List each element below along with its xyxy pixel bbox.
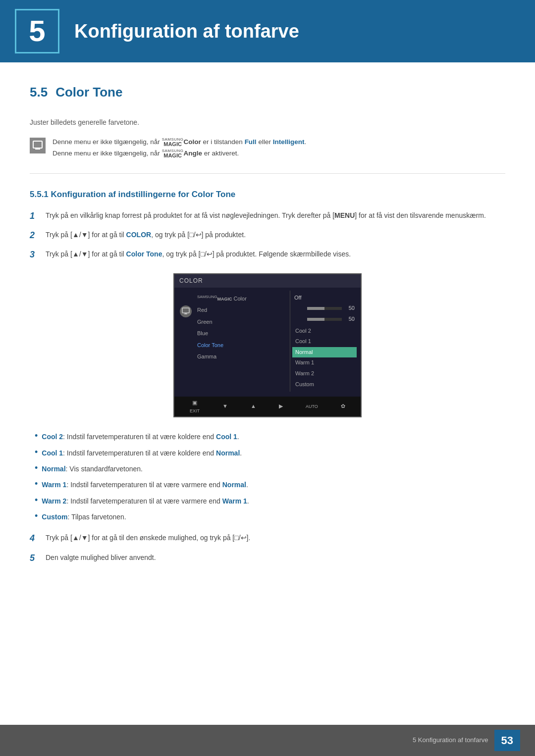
option-normal: Normal <box>292 347 357 358</box>
monitor-bar-1 <box>307 307 342 310</box>
samsung-magic-color: SAMSUNGMAGIC <box>162 138 184 147</box>
step-text-4: Tryk på [▲/▼] for at gå til den ønskede … <box>46 532 250 543</box>
intro-text: Juster billedets generelle farvetone. <box>30 117 505 128</box>
monitor-screen: COLOR SAMSUNGMAGIC Color <box>173 273 362 418</box>
bullet-dot: • <box>35 511 38 521</box>
monitor-bar-fill-1 <box>307 307 324 310</box>
option-bullet-warm1: • Warm 1: Indstil farvetemperaturen til … <box>35 479 505 490</box>
monitor-value-row-1: 50 <box>292 303 357 314</box>
bullet-dot: • <box>35 463 38 473</box>
note-icon <box>30 138 46 153</box>
monitor-value-row-2: 50 <box>292 314 357 325</box>
bullet-dot: • <box>35 448 38 457</box>
samsung-magic-angle: SAMSUNGMAGIC <box>162 149 184 158</box>
monitor-bar-2 <box>307 318 342 321</box>
divider <box>30 173 505 174</box>
note-box: Denne menu er ikke tilgængelig, når SAMS… <box>30 137 505 159</box>
section-title: Color Tone <box>55 85 122 100</box>
monitor-bar-fill-2 <box>307 318 324 321</box>
monitor-btn-settings: ✿ <box>341 402 345 411</box>
step-number-2: 2 <box>30 229 41 242</box>
step-number-5: 5 <box>30 552 41 564</box>
monitor-num-1: 50 <box>345 304 355 313</box>
option-warm2: Warm 2 <box>292 368 357 379</box>
section-heading: 5.5Color Tone <box>30 82 505 107</box>
option-cool2: Cool 2 <box>292 326 357 337</box>
note-line-1: Denne menu er ikke tilgængelig, når SAMS… <box>53 137 306 148</box>
svg-rect-0 <box>33 141 42 148</box>
menu-item-magic-color: SAMSUNGMAGIC Color <box>193 293 288 304</box>
monitor-display-icon <box>180 305 192 317</box>
option-text-warm1: Warm 1: Indstil farvetemperaturen til at… <box>42 479 248 490</box>
monitor-btn-down: ▼ <box>222 402 228 411</box>
option-bullet-normal: • Normal: Vis standardfarvetonen. <box>35 463 505 474</box>
step-3: 3 Tryk på [▲/▼] for at gå til Color Tone… <box>30 249 505 261</box>
step-text-2: Tryk på [▲/▼] for at gå til COLOR, og tr… <box>46 229 246 240</box>
monitor-divider <box>290 291 290 392</box>
option-text-cool2: Cool 2: Indstil farvetemperaturen til at… <box>42 431 239 442</box>
step-2: 2 Tryk på [▲/▼] for at gå til COLOR, og … <box>30 229 505 242</box>
chapter-title: Konfiguration af tonfarve <box>74 16 299 47</box>
monitor-icon-col <box>178 291 193 392</box>
step-number-4: 4 <box>30 532 41 545</box>
page-footer: 5 Konfiguration af tonfarve 53 <box>0 725 535 756</box>
bullet-dot: • <box>35 496 38 505</box>
monitor-off-value: Off <box>292 293 357 303</box>
step-text-3: Tryk på [▲/▼] for at gå til Color Tone, … <box>46 249 351 259</box>
menu-item-red: Red <box>193 304 288 316</box>
monitor-values-col: Off 50 50 Cool 2 <box>292 291 357 392</box>
monitor-num-2: 50 <box>345 315 355 324</box>
subsection-number: 5.5.1 <box>30 190 49 199</box>
bullet-dot: • <box>35 479 38 489</box>
monitor-btn-auto: AUTO <box>306 403 318 410</box>
monitor-options: Cool 2 Cool 1 Normal Warm 1 Warm 2 Custo… <box>292 326 357 390</box>
option-text-custom: Custom: Tilpas farvetonen. <box>42 511 126 522</box>
subsection-heading: 5.5.1 Konfiguration af indstillingerne f… <box>30 188 505 201</box>
footer-page-number: 53 <box>494 730 520 751</box>
monitor-btn-up: ▲ <box>251 402 256 411</box>
monitor-bottom-bar: ▣EXIT ▼ ▲ ▶ AUTO ✿ <box>174 397 361 416</box>
option-bullet-cool2: • Cool 2: Indstil farvetemperaturen til … <box>35 431 505 442</box>
option-custom: Custom <box>292 379 357 390</box>
menu-item-blue: Blue <box>193 328 288 340</box>
bullet-dot: • <box>35 431 38 441</box>
steps-list: 1 Tryk på en vilkårlig knap forrest på p… <box>30 210 505 261</box>
subsection-title: Konfiguration af indstillingerne for Col… <box>51 190 236 199</box>
monitor-btn-right: ▶ <box>279 402 283 411</box>
step-1: 1 Tryk på en vilkårlig knap forrest på p… <box>30 210 505 222</box>
step-number-1: 1 <box>30 210 41 222</box>
step-4: 4 Tryk på [▲/▼] for at gå til den ønsked… <box>30 532 505 545</box>
option-bullet-cool1: • Cool 1: Indstil farvetemperaturen til … <box>35 448 505 458</box>
chapter-header: 5 Konfiguration af tonfarve <box>0 0 535 62</box>
steps-list-2: 4 Tryk på [▲/▼] for at gå til den ønsked… <box>30 532 505 564</box>
step-text-1: Tryk på en vilkårlig knap forrest på pro… <box>46 210 486 221</box>
option-text-warm2: Warm 2: Indstil farvetemperaturen til at… <box>42 496 249 506</box>
monitor-body: SAMSUNGMAGIC Color Red Green Blue Color … <box>174 288 361 397</box>
monitor-titlebar: COLOR <box>174 274 361 288</box>
step-5: 5 Den valgte mulighed bliver anvendt. <box>30 552 505 564</box>
note-line-2: Denne menu er ikke tilgængelig, når SAMS… <box>53 148 306 159</box>
svg-rect-3 <box>182 308 189 313</box>
section-number: 5.5 <box>30 85 48 100</box>
option-text-normal: Normal: Vis standardfarvetonen. <box>42 463 143 474</box>
monitor-btn-exit: ▣EXIT <box>190 399 200 414</box>
option-bullet-warm2: • Warm 2: Indstil farvetemperaturen til … <box>35 496 505 506</box>
main-content: 5.5Color Tone Juster billedets generelle… <box>0 62 535 614</box>
options-list: • Cool 2: Indstil farvetemperaturen til … <box>35 431 505 522</box>
note-lines: Denne menu er ikke tilgængelig, når SAMS… <box>53 137 306 159</box>
option-warm1: Warm 1 <box>292 357 357 368</box>
step-text-5: Den valgte mulighed bliver anvendt. <box>46 552 156 563</box>
monitor-container: COLOR SAMSUNGMAGIC Color <box>30 273 505 418</box>
step-number-3: 3 <box>30 249 41 261</box>
footer-text: 5 Konfiguration af tonfarve <box>413 735 488 746</box>
menu-item-green: Green <box>193 316 288 328</box>
option-text-cool1: Cool 1: Indstil farvetemperaturen til at… <box>42 448 242 458</box>
monitor-menu-col: SAMSUNGMAGIC Color Red Green Blue Color … <box>193 291 288 392</box>
option-cool1: Cool 1 <box>292 336 357 347</box>
chapter-number: 5 <box>15 9 59 53</box>
menu-item-color-tone: Color Tone <box>193 340 288 352</box>
menu-item-gamma: Gamma <box>193 351 288 363</box>
option-bullet-custom: • Custom: Tilpas farvetonen. <box>35 511 505 522</box>
